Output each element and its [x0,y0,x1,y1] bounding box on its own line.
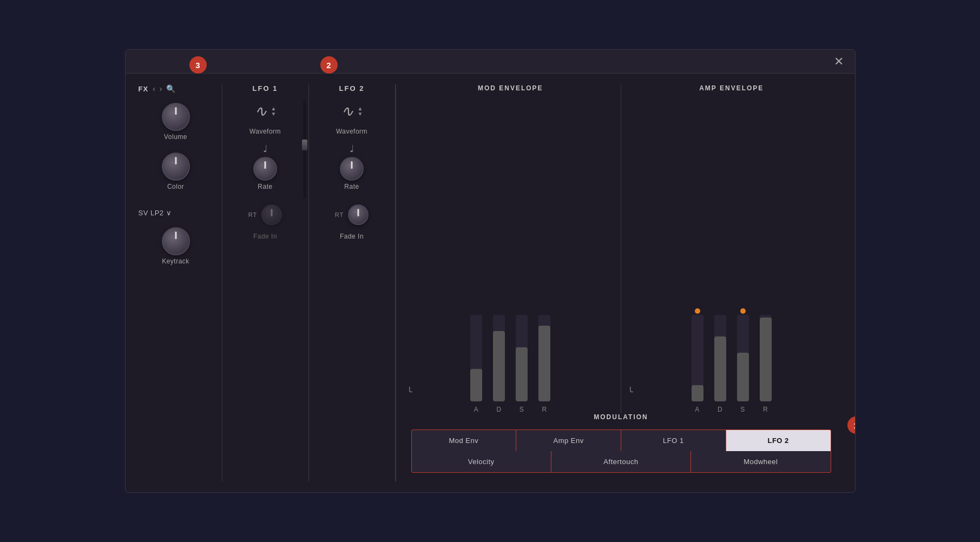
amp-env-d-slider[interactable] [714,315,726,401]
amp-env-a-dot [695,308,700,314]
lfo1-rt-label: RT [248,211,257,218]
mod-env-a-label: A [474,406,479,413]
lfo2-title: LFO 2 [339,84,365,92]
modulation-title: MODULATION [411,413,831,421]
amp-env-d-label: D [718,406,723,413]
amp-env-a-label: A [695,406,700,413]
mod-env-sliders: ╰ A D [411,101,610,413]
mod-env-a-group: A [470,315,482,413]
lfo1-waveform-selector[interactable]: ∿ ▲ ▼ [254,102,277,120]
mod-env-s-label: S [519,406,524,413]
mod-btn-aftertouch[interactable]: Aftertouch [551,451,690,472]
lfo1-rate-label: Rate [258,183,272,190]
amp-env-s-label: S [740,406,745,413]
keytrack-knob[interactable] [162,227,190,255]
amp-env-title: AMP ENVELOPE [632,84,831,92]
mod-btn-velocity[interactable]: Velocity [412,451,551,472]
filter-label[interactable]: SV LP2 ∨ [139,209,172,217]
mod-row-2: Velocity Aftertouch Modwheel [412,451,831,472]
lfo1-waveform-label: Waveform [249,128,281,135]
lfo2-fadein-knob[interactable] [348,204,369,225]
lfo1-rate-knob[interactable] [253,157,277,181]
close-button[interactable]: ✕ [831,54,846,69]
mod-envelope-panel: MOD ENVELOPE ╰ A [400,84,622,413]
lfo1-waveform-arrows[interactable]: ▲ ▼ [271,106,277,117]
mod-env-d-slider[interactable] [493,315,505,401]
lfo1-waveform-icon: ∿ [254,102,267,120]
mod-env-s-fill [516,347,528,401]
mod-env-s-group: S [516,315,528,413]
mod-env-d-fill [493,331,505,401]
amp-envelope-panel: AMP ENVELOPE ╰ A [621,84,842,413]
nav-next-icon[interactable]: › [160,84,162,93]
mod-env-r-group: R [538,315,550,413]
modulation-section: MODULATION Mod Env Amp Env LFO 1 LFO 2 V… [400,413,842,481]
amp-env-s-slider[interactable] [737,315,749,401]
mod-env-r-slider[interactable] [538,315,550,401]
annotation-2: 2 [320,56,338,74]
fx-label: FX [139,85,149,93]
lfo1-note-icon: ♩ [263,143,267,155]
volume-knob[interactable] [162,103,190,131]
mod-env-curve-icon: ╰ [407,387,412,397]
lfo2-rate-label: Rate [344,183,359,190]
mod-env-s-slider[interactable] [516,315,528,401]
color-knob[interactable] [162,153,190,181]
amp-env-a-slider[interactable] [692,315,703,401]
lfo2-panel: LFO 2 ∿ ▲ ▼ Waveform ♩ Rate RT [309,84,396,481]
mod-env-d-group: D [493,315,505,413]
lfo1-fadein-knob[interactable] [261,204,282,225]
lfo1-rt-section: RT [248,204,282,225]
amp-env-sliders: ╰ A [632,101,831,413]
lfo2-fadein-label: Fade In [340,233,364,240]
lfo2-waveform-arrows[interactable]: ▲ ▼ [358,106,363,117]
amp-env-s-dot [740,308,746,314]
lfo1-rate-slider-thumb[interactable] [302,140,307,150]
fx-bar: FX ‹ › 🔍 [139,84,213,93]
amp-env-r-fill [760,318,772,401]
amp-env-s-fill [737,353,749,401]
mod-btn-lfo1[interactable]: LFO 1 [621,430,726,451]
mod-btn-lfo2[interactable]: LFO 2 [726,430,831,451]
lfo1-fadein-label: Fade In [253,233,277,240]
mod-btn-modwheel[interactable]: Modwheel [691,451,830,472]
mod-env-a-fill [470,369,482,401]
lfo2-rt-section: RT [335,204,369,225]
amp-env-r-label: R [763,406,768,413]
amp-env-s-group: S [737,315,749,413]
mod-row-1: Mod Env Amp Env LFO 1 LFO 2 [412,430,831,451]
color-knob-section: Color [139,153,213,190]
keytrack-knob-section: Keytrack [139,227,213,265]
volume-knob-section: Volume [139,103,213,141]
left-panel: FX ‹ › 🔍 Volume Color SV LP2 ∨ Keytrack [139,84,222,481]
lfo1-rate-slider-track[interactable] [303,101,306,198]
amp-env-r-slider[interactable] [760,315,772,401]
lfo1-panel: LFO 1 ∿ ▲ ▼ Waveform ♩ Rate [222,84,309,481]
volume-label: Volume [164,133,187,141]
mod-btn-mod-env[interactable]: Mod Env [412,430,516,451]
lfo2-note-icon: ♩ [350,143,354,155]
lfo-section: LFO 1 ∿ ▲ ▼ Waveform ♩ Rate [222,84,396,481]
amp-env-a-fill [692,385,703,401]
lfo2-waveform-icon: ∿ [341,102,353,120]
keytrack-label: Keytrack [162,257,189,265]
lfo2-rt-label: RT [335,211,344,218]
lfo2-rate-knob[interactable] [340,157,364,181]
search-icon[interactable]: 🔍 [166,84,175,93]
amp-env-d-fill [714,336,726,401]
mod-btn-amp-env[interactable]: Amp Env [516,430,621,451]
lfo2-waveform-selector[interactable]: ∿ ▲ ▼ [341,102,363,120]
annotation-3: 3 [189,56,207,74]
main-content: FX ‹ › 🔍 Volume Color SV LP2 ∨ Keytrack [126,74,855,492]
amp-env-d-group: D [714,315,726,413]
lfo1-rate-section: ♩ Rate [253,143,277,190]
synth-panel: 3 2 1 ✕ FX ‹ › 🔍 Volume Color [125,49,856,493]
lfo2-rate-section: ♩ Rate [340,143,364,190]
mod-buttons-wrapper: Mod Env Amp Env LFO 1 LFO 2 Velocity Aft… [411,429,831,473]
top-bar: ✕ [126,50,855,74]
color-label: Color [167,183,184,190]
mod-env-a-slider[interactable] [470,315,482,401]
nav-prev-icon[interactable]: ‹ [153,84,155,93]
amp-env-curve-icon: ╰ [628,387,633,397]
lfo2-waveform-label: Waveform [336,128,367,135]
